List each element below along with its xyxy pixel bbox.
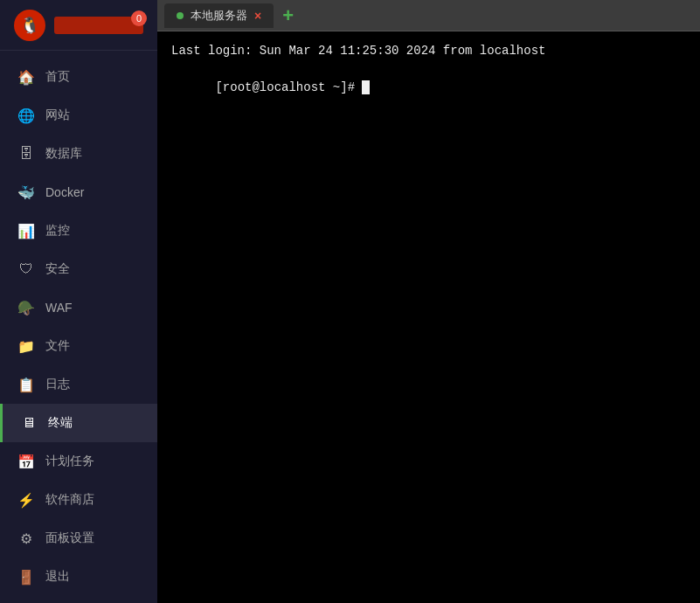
docker-icon: 🐳 — [17, 184, 35, 201]
appstore-icon: ⚡ — [17, 491, 35, 509]
sidebar: 🐧 0 🏠首页🌐网站🗄数据库🐳Docker📊监控🛡安全🪖WAF📁文件📋日志🖥终端… — [0, 0, 157, 603]
sidebar-label-terminal: 终端 — [48, 415, 73, 431]
terminal-icon: 🖥 — [20, 414, 38, 432]
sidebar-label-monitor: 监控 — [45, 223, 70, 239]
terminal-line-2: [root@localhost ~]# — [171, 60, 686, 115]
sidebar-item-settings[interactable]: ⚙面板设置 — [0, 519, 157, 558]
home-icon: 🏠 — [17, 68, 35, 86]
sidebar-item-waf[interactable]: 🪖WAF — [0, 288, 157, 327]
cron-icon: 📅 — [17, 453, 35, 470]
sidebar-item-logs[interactable]: 📋日志 — [0, 365, 157, 404]
sidebar-label-home: 首页 — [45, 69, 70, 85]
notification-badge: 0 — [131, 10, 147, 26]
sidebar-label-database: 数据库 — [45, 146, 82, 162]
website-icon: 🌐 — [17, 107, 35, 124]
sidebar-label-waf: WAF — [45, 301, 73, 315]
tab-local-server[interactable]: 本地服务器 × — [164, 3, 274, 28]
security-icon: 🛡 — [17, 260, 35, 278]
sidebar-label-logout: 退出 — [45, 569, 70, 585]
sidebar-item-monitor[interactable]: 📊监控 — [0, 211, 157, 250]
sidebar-item-home[interactable]: 🏠首页 — [0, 58, 157, 96]
sidebar-label-cron: 计划任务 — [45, 454, 94, 469]
logo-icon: 🐧 — [14, 10, 45, 41]
tab-bar: 本地服务器 × + — [157, 0, 700, 31]
settings-icon: ⚙ — [17, 530, 35, 547]
sidebar-label-settings: 面板设置 — [45, 530, 94, 546]
waf-icon: 🪖 — [17, 299, 35, 316]
logo-text — [54, 17, 143, 34]
tab-label: 本地服务器 — [191, 8, 247, 24]
sidebar-item-appstore[interactable]: ⚡软件商店 — [0, 481, 157, 519]
logs-icon: 📋 — [17, 376, 35, 393]
sidebar-header: 🐧 0 — [0, 0, 157, 51]
sidebar-label-website: 网站 — [45, 107, 70, 123]
terminal-cursor — [362, 80, 370, 94]
tab-dot-icon — [177, 12, 184, 19]
sidebar-item-security[interactable]: 🛡安全 — [0, 250, 157, 288]
terminal-line-1: Last login: Sun Mar 24 11:25:30 2024 fro… — [171, 42, 686, 60]
sidebar-nav: 🏠首页🌐网站🗄数据库🐳Docker📊监控🛡安全🪖WAF📁文件📋日志🖥终端📅计划任… — [0, 51, 157, 603]
sidebar-item-terminal[interactable]: 🖥终端 — [0, 404, 157, 442]
sidebar-item-cron[interactable]: 📅计划任务 — [0, 442, 157, 481]
sidebar-item-logout[interactable]: 🚪退出 — [0, 558, 157, 596]
logout-icon: 🚪 — [17, 568, 35, 586]
sidebar-label-appstore: 软件商店 — [45, 492, 94, 508]
database-icon: 🗄 — [17, 145, 35, 163]
terminal-area[interactable]: Last login: Sun Mar 24 11:25:30 2024 fro… — [157, 31, 700, 603]
sidebar-item-website[interactable]: 🌐网站 — [0, 96, 157, 135]
tab-close-icon[interactable]: × — [254, 10, 261, 22]
tab-add-button[interactable]: + — [277, 6, 299, 25]
sidebar-label-logs: 日志 — [45, 377, 70, 392]
main-content: 本地服务器 × + Last login: Sun Mar 24 11:25:3… — [157, 0, 700, 603]
sidebar-item-docker[interactable]: 🐳Docker — [0, 173, 157, 211]
sidebar-item-files[interactable]: 📁文件 — [0, 327, 157, 365]
monitor-icon: 📊 — [17, 222, 35, 239]
files-icon: 📁 — [17, 337, 35, 355]
sidebar-item-database[interactable]: 🗄数据库 — [0, 135, 157, 173]
sidebar-label-security: 安全 — [45, 261, 70, 277]
sidebar-label-docker: Docker — [45, 185, 84, 199]
sidebar-label-files: 文件 — [45, 338, 70, 354]
